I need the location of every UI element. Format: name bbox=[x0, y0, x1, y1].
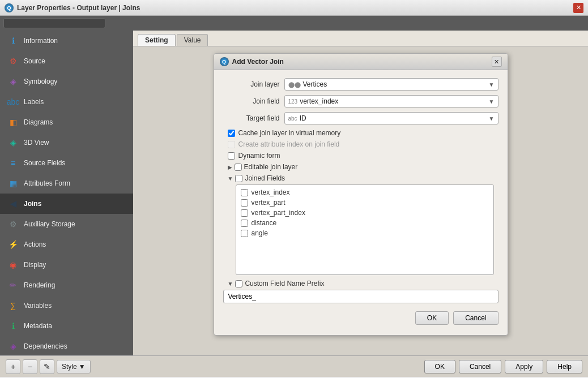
style-arrow: ▼ bbox=[79, 363, 86, 371]
attr-index-checkbox[interactable] bbox=[228, 141, 235, 148]
dialog-buttons: OK Cancel bbox=[223, 311, 498, 327]
field-checkbox-vertex_part[interactable] bbox=[241, 199, 248, 207]
joined-fields-section: ▼ Joined Fields vertex_index vertex_part… bbox=[223, 174, 498, 275]
sidebar-item-diagrams[interactable]: ◧ Diagrams bbox=[0, 112, 133, 132]
sidebar-item-actions[interactable]: ⚡ Actions bbox=[0, 234, 133, 255]
sidebar-item-source[interactable]: ⚙ Source bbox=[0, 51, 133, 71]
rendering-icon: ✏ bbox=[7, 279, 19, 291]
edit-button[interactable]: ✎ bbox=[40, 359, 54, 374]
window-title: Layer Properties - Output layer | Joins bbox=[17, 4, 140, 12]
editable-join-header[interactable]: ▶ Editable join layer bbox=[223, 163, 498, 171]
dialog-ok-button[interactable]: OK bbox=[415, 311, 449, 325]
join-layer-label: Join layer bbox=[223, 80, 280, 88]
tab-setting[interactable]: Setting bbox=[138, 34, 176, 46]
cache-label: Cache join layer in virtual memory bbox=[238, 129, 341, 137]
join-field-label: Join field bbox=[223, 97, 280, 105]
dialog-close-button[interactable]: ✕ bbox=[492, 57, 502, 67]
cache-checkbox[interactable] bbox=[228, 130, 235, 137]
sidebar-label-metadata: Metadata bbox=[24, 322, 52, 330]
join-field-value: vertex_index bbox=[300, 97, 338, 105]
sidebar-item-metadata[interactable]: ℹ Metadata bbox=[0, 316, 133, 336]
join-field-select[interactable]: 123 vertex_index ▼ bbox=[284, 95, 498, 108]
field-checkbox-distance[interactable] bbox=[241, 220, 248, 227]
dynamic-form-label: Dynamic form bbox=[238, 152, 280, 160]
field-checkbox-vertex_part_index[interactable] bbox=[241, 209, 248, 217]
joins-icon: ◀ bbox=[7, 197, 19, 210]
help-button[interactable]: Help bbox=[547, 360, 582, 373]
sidebar-label-labels: Labels bbox=[24, 98, 44, 106]
window-close-button[interactable]: ✕ bbox=[573, 3, 583, 13]
join-field-prefix: 123 bbox=[288, 98, 298, 105]
sidebar: ℹ Information ⚙ Source ◈ Symbology abc L… bbox=[0, 31, 133, 355]
sidebar-item-rendering[interactable]: ✏ Rendering bbox=[0, 275, 133, 295]
dynamic-form-checkbox-row: Dynamic form bbox=[223, 152, 498, 160]
style-label: Style bbox=[62, 363, 77, 371]
target-field-row: Target field abc ID ▼ bbox=[223, 112, 498, 124]
joined-fields-header[interactable]: ▼ Joined Fields bbox=[223, 174, 498, 182]
sidebar-item-source-fields[interactable]: ≡ Source Fields bbox=[0, 153, 133, 173]
field-label-vertex_index: vertex_index bbox=[252, 188, 290, 196]
field-checkbox-angle[interactable] bbox=[241, 230, 248, 237]
sidebar-item-symbology[interactable]: ◈ Symbology bbox=[0, 71, 133, 92]
prefix-input[interactable] bbox=[223, 290, 498, 303]
sidebar-label-information: Information bbox=[24, 37, 58, 45]
3dview-icon: ◈ bbox=[7, 136, 19, 149]
dialog-area: Q Add Vector Join ✕ Join layer ⬤⬤ Vertic… bbox=[133, 46, 588, 355]
editable-join-section: ▶ Editable join layer bbox=[223, 163, 498, 171]
app-logo: Q bbox=[5, 3, 14, 12]
sidebar-label-display: Display bbox=[24, 261, 46, 269]
dialog-title: Add Vector Join bbox=[232, 58, 284, 66]
custom-prefix-arrow: ▼ bbox=[228, 281, 233, 287]
bottom-toolbar: + − ✎ Style ▼ OK Cancel Apply Help bbox=[0, 355, 588, 377]
symbology-icon: ◈ bbox=[7, 75, 19, 88]
source-fields-icon: ≡ bbox=[7, 157, 19, 169]
style-button[interactable]: Style ▼ bbox=[57, 360, 91, 373]
add-button[interactable]: + bbox=[6, 359, 20, 374]
custom-prefix-header[interactable]: ▼ Custom Field Name Prefix bbox=[223, 280, 498, 287]
search-bar bbox=[0, 16, 588, 31]
field-checkbox-vertex_index[interactable] bbox=[241, 189, 248, 196]
metadata-icon: ℹ bbox=[7, 320, 19, 332]
attr-index-label: Create attribute index on join field bbox=[238, 140, 340, 148]
sidebar-label-rendering: Rendering bbox=[24, 281, 55, 289]
target-field-label: Target field bbox=[223, 114, 280, 122]
apply-button[interactable]: Apply bbox=[505, 360, 543, 373]
join-layer-row: Join layer ⬤⬤ Vertices ▼ bbox=[223, 78, 498, 91]
tab-value[interactable]: Value bbox=[177, 34, 208, 46]
join-field-arrow: ▼ bbox=[489, 98, 495, 105]
sidebar-item-auxiliary-storage[interactable]: ⚙ Auxiliary Storage bbox=[0, 214, 133, 234]
sidebar-label-symbology: Symbology bbox=[24, 78, 57, 85]
sidebar-item-joins[interactable]: ◀ Joins bbox=[0, 194, 133, 214]
sidebar-item-dependencies[interactable]: ◈ Dependencies bbox=[0, 336, 133, 355]
field-label-vertex_part_index: vertex_part_index bbox=[252, 209, 305, 217]
custom-prefix-section: ▼ Custom Field Name Prefix bbox=[223, 280, 498, 303]
custom-prefix-checkbox[interactable] bbox=[235, 280, 242, 287]
sidebar-item-3dview[interactable]: ◈ 3D View bbox=[0, 132, 133, 153]
dynamic-form-checkbox[interactable] bbox=[228, 152, 235, 160]
join-layer-select[interactable]: ⬤⬤ Vertices ▼ bbox=[284, 78, 498, 91]
target-field-arrow: ▼ bbox=[489, 115, 495, 122]
remove-button[interactable]: − bbox=[23, 359, 37, 374]
sidebar-label-source-fields: Source Fields bbox=[24, 159, 65, 167]
target-field-select[interactable]: abc ID ▼ bbox=[284, 112, 498, 124]
sidebar-label-dependencies: Dependencies bbox=[24, 342, 67, 350]
sidebar-item-attributes-form[interactable]: ▦ Attributes Form bbox=[0, 173, 133, 194]
field-item-vertex_index: vertex_index bbox=[238, 187, 491, 197]
add-vector-join-dialog: Q Add Vector Join ✕ Join layer ⬤⬤ Vertic… bbox=[214, 53, 508, 336]
field-label-distance: distance bbox=[252, 219, 277, 227]
cancel-button[interactable]: Cancel bbox=[459, 360, 501, 373]
title-bar: Q Layer Properties - Output layer | Join… bbox=[0, 0, 588, 16]
sidebar-item-labels[interactable]: abc Labels bbox=[0, 92, 133, 112]
sidebar-label-joins: Joins bbox=[24, 200, 41, 208]
search-input[interactable] bbox=[3, 18, 105, 28]
ok-button[interactable]: OK bbox=[424, 360, 455, 373]
sidebar-item-information[interactable]: ℹ Information bbox=[0, 31, 133, 51]
sidebar-item-display[interactable]: ◉ Display bbox=[0, 255, 133, 275]
dialog-cancel-button[interactable]: Cancel bbox=[453, 311, 498, 325]
sidebar-label-3dview: 3D View bbox=[24, 139, 49, 147]
editable-join-checkbox[interactable] bbox=[235, 164, 242, 171]
target-field-value: ID bbox=[300, 114, 306, 122]
editable-join-arrow: ▶ bbox=[228, 164, 232, 170]
joined-fields-checkbox[interactable] bbox=[235, 175, 242, 182]
sidebar-item-variables[interactable]: ∑ Variables bbox=[0, 295, 133, 316]
